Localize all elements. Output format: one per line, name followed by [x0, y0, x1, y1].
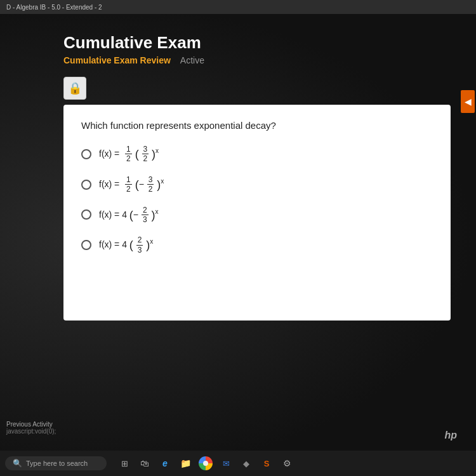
task-view-icon[interactable]: ⊞: [117, 456, 132, 471]
chrome-logo: [199, 456, 213, 470]
taskbar: 🔍 Type here to search ⊞ 🛍 e 📁 ✉ ◆ S ⚙: [0, 451, 476, 476]
question-card: Which function represents exponential de…: [63, 105, 451, 321]
option-c-label: f(x) = 4 (− 23 )x: [99, 206, 159, 225]
hp-logo: hp: [444, 430, 457, 441]
subtitle-row: Cumulative Exam Review Active: [63, 55, 451, 65]
option-a[interactable]: f(x) = 12 ( 32 )x: [81, 145, 433, 164]
prev-activity-label: Previous Activity: [6, 421, 56, 428]
diamond-icon-2[interactable]: S: [259, 456, 274, 471]
browser-tab: D - Algebra IB - 5.0 - Extended - 2: [0, 0, 476, 14]
radio-b[interactable]: [81, 180, 91, 190]
taskbar-icons: ⊞ 🛍 e 📁 ✉ ◆ S ⚙: [117, 456, 294, 471]
option-d[interactable]: f(x) = 4 ( 23 )x: [81, 235, 433, 255]
question-text: Which function represents exponential de…: [81, 120, 433, 131]
options-list: f(x) = 12 ( 32 )x f(x) = 12 (− 32 )x: [81, 145, 433, 255]
radio-a[interactable]: [81, 149, 91, 159]
page-subtitle: Cumulative Exam Review: [63, 55, 171, 65]
main-container: Cumulative Exam Cumulative Exam Review A…: [51, 14, 463, 438]
diamond-icon-1[interactable]: ◆: [239, 456, 254, 471]
page-header: Cumulative Exam Cumulative Exam Review A…: [51, 14, 463, 72]
prev-activity-link: javascript:void(0);: [6, 428, 56, 435]
lock-icon: 🔒: [68, 81, 82, 95]
page-title: Cumulative Exam: [63, 33, 451, 53]
option-c[interactable]: f(x) = 4 (− 23 )x: [81, 206, 433, 225]
option-a-label: f(x) = 12 ( 32 )x: [99, 145, 159, 164]
search-icon: 🔍: [13, 459, 22, 468]
option-b-label: f(x) = 12 (− 32 )x: [99, 175, 164, 194]
taskbar-search[interactable]: 🔍 Type here to search: [5, 456, 107, 470]
option-d-label: f(x) = 4 ( 23 )x: [99, 235, 153, 255]
folder-icon[interactable]: 📁: [178, 456, 193, 471]
option-b[interactable]: f(x) = 12 (− 32 )x: [81, 175, 433, 194]
status-badge: Active: [180, 55, 204, 65]
lock-button[interactable]: 🔒: [63, 77, 86, 100]
mail-icon[interactable]: ✉: [218, 456, 234, 471]
right-arrow-button[interactable]: ◀: [461, 90, 475, 113]
settings-icon[interactable]: ⚙: [279, 456, 294, 471]
toolbar: 🔒: [51, 72, 463, 105]
radio-d[interactable]: [81, 240, 91, 250]
chrome-icon[interactable]: [198, 456, 213, 471]
radio-c[interactable]: [81, 209, 91, 220]
prev-activity[interactable]: Previous Activity javascript:void(0);: [6, 421, 56, 435]
browser-tab-text: D - Algebra IB - 5.0 - Extended - 2: [6, 4, 102, 11]
edge-icon[interactable]: e: [157, 456, 173, 471]
search-placeholder: Type here to search: [26, 459, 88, 467]
store-icon[interactable]: 🛍: [137, 456, 152, 471]
